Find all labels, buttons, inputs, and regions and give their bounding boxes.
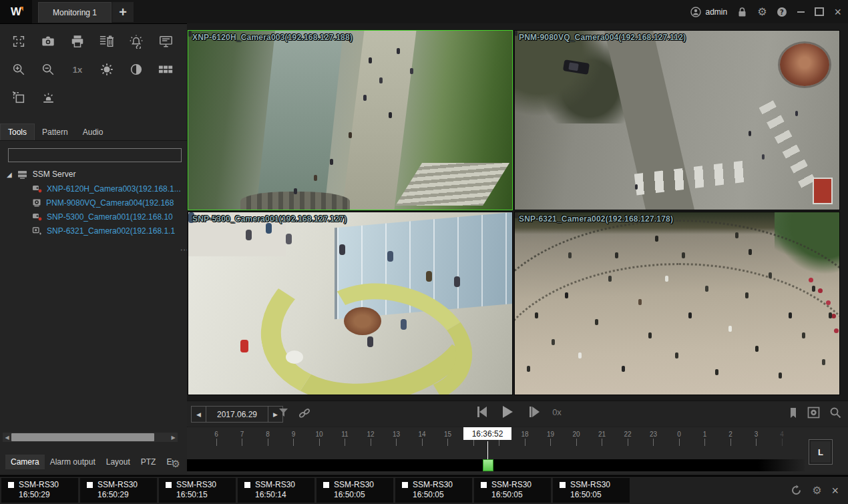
video-grid: XNP-6120H_Camera003(192.168.127.188) PNM… — [187, 23, 848, 401]
snapshot-icon[interactable] — [39, 32, 57, 51]
export-snapshot-icon[interactable] — [807, 407, 820, 419]
left-panel: Tools Pattern Audio ◢ SSM Server XNP-612… — [0, 24, 188, 474]
event-chip[interactable]: SSM-RS30 16:50:05 — [395, 478, 472, 503]
live-button[interactable]: L — [809, 439, 833, 465]
tab-monitoring-1[interactable]: Monitoring 1 — [38, 2, 112, 23]
close-button[interactable]: × — [834, 6, 841, 18]
camera-osd-label: XNP-6120H_Camera003(192.168.127.188) — [192, 33, 353, 42]
video-tile-2[interactable]: PNM-9080VQ_Camera004(192.168.127.112) — [514, 30, 840, 210]
wisenet-ssm-window: W Monitoring 1 + admin ⚙ ? × — [0, 0, 848, 504]
logo-letter: W — [11, 5, 21, 19]
play-button[interactable] — [500, 405, 515, 419]
video-tile-3[interactable]: SNP-5300_Camera001(192.168.127.127) — [188, 212, 513, 395]
event-chip[interactable]: SSM-RS30 16:50:15 — [159, 478, 236, 503]
bookmark-icon[interactable] — [789, 407, 798, 419]
event-checkbox[interactable] — [166, 482, 172, 488]
camera-label: SNP-6321_Camera002(192.168.1.1 — [47, 226, 175, 236]
lock-icon[interactable] — [737, 7, 747, 17]
tree-node-camera[interactable]: SNP-6321_Camera002(192.168.1.1 — [7, 224, 180, 238]
timeline-search-icon[interactable] — [829, 407, 841, 419]
event-chip[interactable]: SSM-RS30 16:50:05 — [316, 478, 393, 503]
zoom-in-icon[interactable] — [9, 60, 28, 79]
next-frame-button[interactable] — [525, 405, 542, 419]
event-checkbox[interactable] — [481, 482, 487, 488]
event-chip[interactable]: SSM-RS30 16:50:05 — [474, 478, 551, 503]
add-tab-button[interactable]: + — [112, 2, 134, 22]
user-label: admin — [705, 7, 727, 17]
ptz-camera-icon — [32, 184, 42, 193]
refresh-icon[interactable] — [791, 485, 802, 496]
previous-frame-button[interactable] — [473, 405, 489, 419]
settings-icon[interactable]: ⚙ — [757, 7, 767, 17]
event-checkbox[interactable] — [402, 482, 408, 488]
tree-node-camera[interactable]: SNP-5300_Camera001(192.168.10 — [7, 210, 180, 224]
settings-icon[interactable]: ⚙ — [812, 485, 821, 496]
device-tree: ◢ SSM Server XNP-6120H_Camera003(192.168… — [7, 167, 180, 238]
scrollbar-thumb[interactable] — [11, 433, 154, 441]
brightness-icon[interactable] — [97, 60, 116, 79]
layout-grid-icon[interactable] — [156, 60, 175, 79]
video-tile-1[interactable]: XNP-6120H_Camera003(192.168.127.188) — [188, 30, 513, 210]
event-status-bar: SSM-RS30 16:50:29 SSM-RS30 16:50:29 SSM-… — [0, 475, 848, 504]
playback-bar: ◀ 2017.06.29 ▶ 0x — [187, 401, 848, 427]
tab-audio[interactable]: Audio — [75, 124, 111, 140]
camera-label: XNP-6120H_Camera003(192.168.1... — [47, 184, 180, 194]
tree-node-server[interactable]: ◢ SSM Server — [7, 167, 180, 182]
capture-area-icon[interactable] — [9, 88, 28, 107]
contrast-icon[interactable] — [127, 60, 146, 79]
camera-label: SNP-5300_Camera001(192.168.10 — [47, 212, 173, 222]
dock-tab-ptz[interactable]: PTZ — [136, 455, 162, 469]
event-chip[interactable]: SSM-RS30 16:50:14 — [238, 478, 314, 503]
video-frame — [515, 212, 839, 395]
fullscreen-icon[interactable] — [9, 32, 28, 51]
device-search-input[interactable] — [8, 148, 182, 162]
dock-tab-alarm-output[interactable]: Alarm output — [45, 455, 101, 469]
dome-camera-icon — [32, 198, 41, 207]
dock-tab-layout[interactable]: Layout — [101, 455, 136, 469]
svg-text:?: ? — [781, 8, 785, 15]
event-checkbox[interactable] — [244, 482, 250, 488]
event-checkbox[interactable] — [8, 482, 14, 488]
dock-settings-icon[interactable]: ⚙ — [172, 459, 180, 469]
tree-horizontal-scrollbar[interactable]: ◀ ▶ — [3, 433, 178, 442]
video-tile-4[interactable]: SNP-6321_Camera002(192.168.127.178) — [514, 212, 840, 395]
maximize-button[interactable] — [815, 7, 824, 16]
tab-tools[interactable]: Tools — [0, 123, 35, 140]
zoom-1x-icon[interactable] — [68, 60, 87, 79]
event-chips: SSM-RS30 16:50:29 SSM-RS30 16:50:29 SSM-… — [1, 478, 630, 503]
event-checkbox[interactable] — [323, 482, 329, 488]
video-frame — [515, 31, 839, 210]
help-icon[interactable]: ? — [777, 7, 787, 17]
playhead-marker[interactable] — [483, 459, 493, 471]
scroll-right-icon[interactable]: ▶ — [169, 433, 178, 442]
tool-tabs: Tools Pattern Audio — [0, 123, 187, 141]
user-menu[interactable]: admin — [690, 7, 727, 17]
event-reset-icon[interactable] — [127, 32, 146, 51]
zoom-out-icon[interactable] — [39, 60, 57, 79]
tree-expander-icon[interactable]: ◢ — [7, 171, 12, 178]
tree-node-camera[interactable]: XNP-6120H_Camera003(192.168.1... — [7, 182, 180, 196]
delete-layout-icon[interactable] — [97, 32, 116, 51]
timeline[interactable]: 6 7 8 9 10 11 12 13 14 15 16 17 18 19 20… — [187, 427, 848, 474]
event-chip[interactable]: SSM-RS30 16:50:29 — [80, 478, 157, 503]
event-chip[interactable]: SSM-RS30 16:50:05 — [553, 478, 630, 503]
close-event-bar-icon[interactable]: × — [831, 485, 839, 497]
event-chip[interactable]: SSM-RS30 16:50:29 — [1, 478, 78, 503]
event-checkbox[interactable] — [560, 482, 566, 488]
event-checkbox[interactable] — [87, 482, 93, 488]
video-frame — [188, 212, 512, 395]
tree-node-camera[interactable]: PNM-9080VQ_Camera004(192.168 — [7, 196, 180, 210]
user-icon — [690, 7, 701, 17]
dock-tabs: Camera Alarm output Layout PTZ Event — [0, 454, 187, 470]
print-icon[interactable] — [68, 32, 87, 51]
title-bar: W Monitoring 1 + admin ⚙ ? × — [0, 0, 848, 24]
alarm-beacon-icon[interactable] — [39, 88, 57, 107]
recording-track[interactable] — [187, 459, 805, 471]
scroll-left-icon[interactable]: ◀ — [3, 433, 11, 442]
monitor-icon[interactable] — [156, 32, 175, 51]
tab-pattern[interactable]: Pattern — [35, 124, 75, 140]
camera-osd-label: PNM-9080VQ_Camera004(192.168.127.112) — [519, 33, 686, 42]
dock-tab-camera[interactable]: Camera — [5, 455, 45, 469]
panel-splitter-handle[interactable]: ⋮ — [183, 246, 186, 254]
minimize-button[interactable] — [797, 11, 805, 13]
